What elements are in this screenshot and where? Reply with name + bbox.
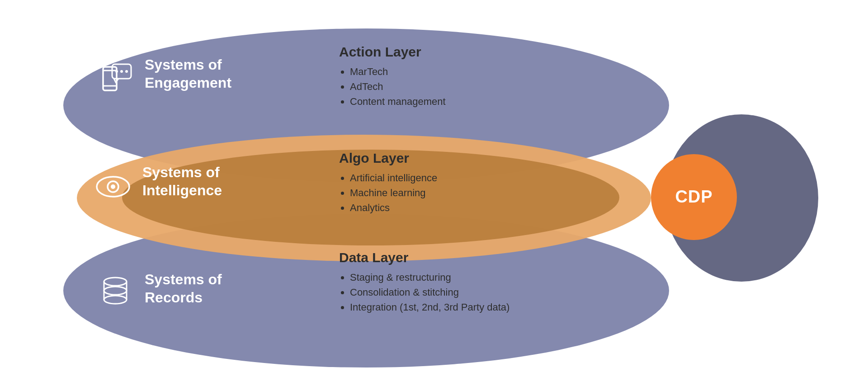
- svg-point-10: [104, 278, 127, 286]
- label-records: Systems of Records: [145, 270, 222, 306]
- diagram-container: CDP: [50, 19, 818, 372]
- info-action-layer: Action Layer MarTech AdTech Content mana…: [339, 44, 446, 109]
- list-item: Machine learning: [350, 185, 437, 200]
- action-layer-title: Action Layer: [339, 44, 446, 60]
- list-item: Staging & restructuring: [350, 270, 509, 285]
- intelligence-icon: [95, 169, 131, 205]
- cdp-circle: CDP: [651, 154, 737, 240]
- list-item: Content management: [350, 94, 446, 109]
- svg-point-14: [104, 296, 127, 304]
- cdp-label: CDP: [675, 187, 712, 207]
- algo-layer-list: Artificial intelligence Machine learning…: [339, 170, 437, 215]
- svg-point-5: [120, 70, 123, 73]
- records-icon: [99, 275, 131, 306]
- algo-layer-title: Algo Layer: [339, 151, 437, 166]
- list-item: MarTech: [350, 64, 446, 79]
- list-item: Consolidation & stitching: [350, 285, 509, 300]
- data-layer-title: Data Layer: [339, 250, 509, 265]
- svg-point-6: [125, 70, 128, 73]
- label-engagement: Systems of Engagement: [145, 56, 231, 92]
- list-item: Integration (1st, 2nd, 3rd Party data): [350, 300, 509, 315]
- list-item: AdTech: [350, 79, 446, 94]
- svg-point-4: [115, 70, 118, 73]
- engagement-icon: [99, 62, 136, 99]
- label-intelligence: Systems of Intelligence: [142, 163, 222, 199]
- list-item: Artificial intelligence: [350, 170, 437, 185]
- svg-point-11: [104, 287, 127, 295]
- info-data-layer: Data Layer Staging & restructuring Conso…: [339, 250, 509, 315]
- list-item: Analytics: [350, 200, 437, 215]
- data-layer-list: Staging & restructuring Consolidation & …: [339, 270, 509, 315]
- action-layer-list: MarTech AdTech Content management: [339, 64, 446, 109]
- svg-point-9: [111, 184, 115, 189]
- info-algo-layer: Algo Layer Artificial intelligence Machi…: [339, 151, 437, 215]
